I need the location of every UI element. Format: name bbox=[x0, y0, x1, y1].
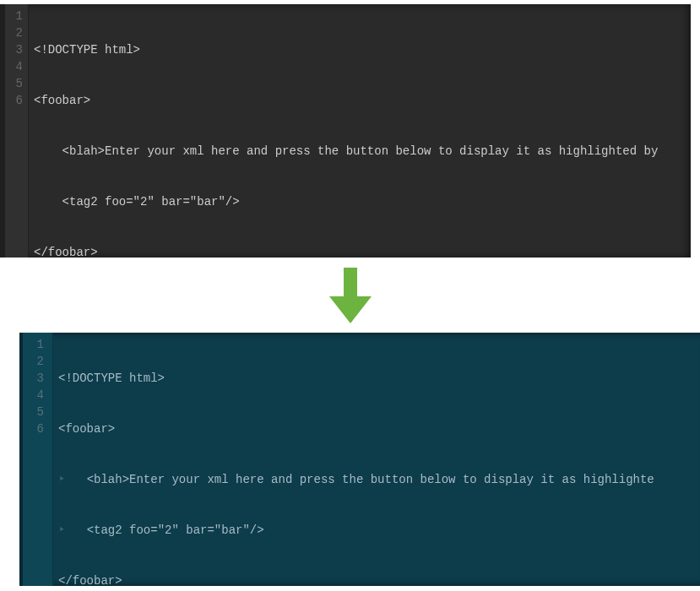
code-line: <blah>Enter your xml here and press the … bbox=[34, 143, 686, 160]
code-line: </foobar> bbox=[58, 572, 700, 586]
line-number: 5 bbox=[5, 75, 23, 92]
line-number: 6 bbox=[5, 92, 23, 109]
code-line: <tag2 foo="2" bar="bar"/> bbox=[34, 193, 686, 210]
line-number: 4 bbox=[5, 58, 23, 75]
code-line: ‣ <blah>Enter your xml here and press th… bbox=[58, 471, 700, 488]
code-line: ‣ <tag2 foo="2" bar="bar"/> bbox=[58, 522, 700, 539]
code-area-bottom[interactable]: <!DOCTYPE html> <foobar> ‣ <blah>Enter y… bbox=[53, 333, 700, 586]
code-line: <foobar> bbox=[34, 92, 686, 109]
line-number: 2 bbox=[23, 353, 44, 370]
code-area-top[interactable]: <!DOCTYPE html> <foobar> <blah>Enter you… bbox=[29, 4, 691, 258]
line-number: 2 bbox=[5, 24, 23, 41]
editor-panel-top[interactable]: 1 2 3 4 5 6 <!DOCTYPE html> <foobar> <bl… bbox=[0, 4, 691, 258]
line-number: 6 bbox=[23, 420, 44, 437]
editor-panel-bottom[interactable]: 1 2 3 4 5 6 <!DOCTYPE html> <foobar> ‣ <… bbox=[19, 333, 700, 586]
code-line: <foobar> bbox=[58, 420, 700, 437]
line-number: 1 bbox=[23, 336, 44, 353]
line-number: 1 bbox=[5, 8, 23, 24]
gutter-bottom: 1 2 3 4 5 6 bbox=[23, 333, 53, 586]
arrow-down-icon bbox=[329, 268, 372, 323]
line-number: 4 bbox=[23, 387, 44, 404]
gutter-top: 1 2 3 4 5 6 bbox=[5, 4, 29, 258]
code-line: </foobar> bbox=[34, 244, 686, 258]
code-line: <!DOCTYPE html> bbox=[58, 370, 700, 387]
line-number: 3 bbox=[5, 41, 23, 58]
code-line: <!DOCTYPE html> bbox=[34, 41, 686, 58]
line-number: 3 bbox=[23, 370, 44, 387]
line-number: 5 bbox=[23, 404, 44, 420]
arrow-separator bbox=[0, 258, 700, 333]
